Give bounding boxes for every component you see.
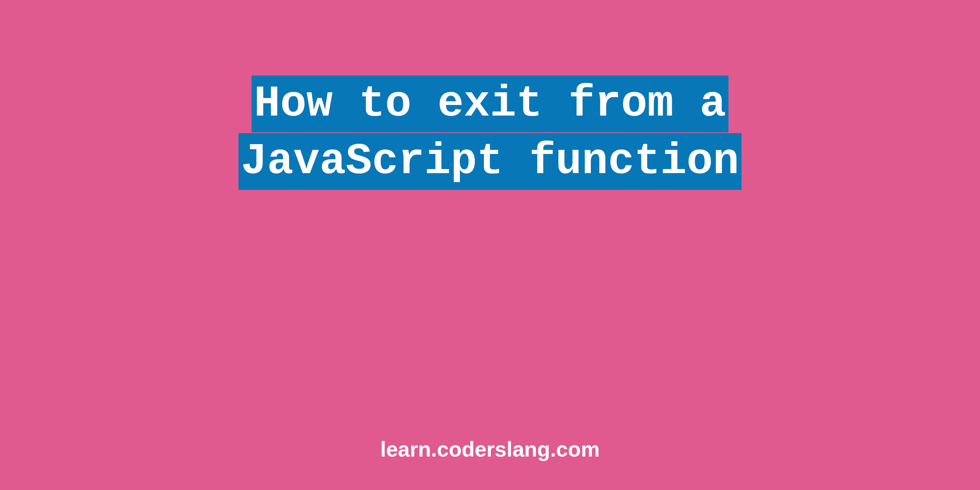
footer-url: learn.coderslang.com [0,437,980,461]
page-title: How to exit from a JavaScript function [0,76,980,191]
title-line-1: How to exit from a [252,76,728,132]
title-line-2: JavaScript function [238,133,742,190]
